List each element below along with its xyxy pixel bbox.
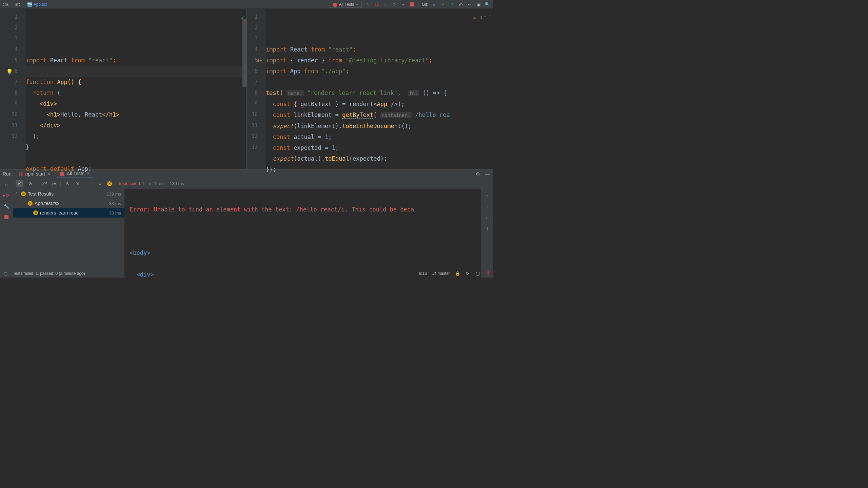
show-passed-toggle[interactable]: ✔ [16,180,23,187]
gutter-right[interactable]: 1 2 3 4 5 6 7 8 9 10 11 12 13 [247,9,266,169]
git-label: Git: [422,2,428,7]
profile-icon[interactable]: ⟳ [392,2,397,7]
tool-window-toggle-icon[interactable]: ▢ [3,271,8,276]
line-number[interactable]: 6 [247,66,258,77]
git-commit-icon[interactable]: ✔ [440,2,446,7]
code-token: (actual). [294,155,325,162]
git-push-icon[interactable]: ↗ [449,2,455,7]
line-number[interactable]: 7 [247,77,258,87]
debug-icon[interactable]: 🐞 [374,2,379,7]
code-area-left[interactable]: 💡 ✔ import React from "react"; function … [26,9,246,169]
line-number[interactable]: 4 [0,44,18,55]
code-token: "./App" [318,68,346,75]
code-token: { getByText } = render(< [290,101,377,107]
undo-icon[interactable]: ⤺ [467,2,472,7]
tree-time: 33 ms [109,210,124,216]
line-number[interactable]: 11 [0,120,18,131]
layout-icon[interactable]: ▣ [476,2,481,7]
code-token: from [71,57,85,64]
code-token: ; [328,134,332,140]
soft-wrap-icon[interactable]: ↩ [485,215,490,220]
code-token: expect [266,155,294,162]
line-number[interactable]: 7 [0,77,18,87]
code-token: ; [346,68,349,75]
breadcrumb-file[interactable]: App.tsx [34,2,47,7]
search-icon[interactable]: 🔍 [485,2,490,7]
line-number[interactable]: 8 [247,87,258,98]
line-number[interactable]: 8 [0,87,18,98]
output-line: <body> [130,247,476,258]
fail-icon: ✕ [33,210,38,215]
fail-icon: ✕ [21,191,26,196]
editor-right[interactable]: 1 2 3 4 5 6 7 8 9 10 11 12 13 ●▶ ⚠ 1 ˄ ˅… [247,9,493,169]
inlay-hint: fn: [408,90,419,96]
code-token: Hello, React [60,111,102,118]
code-token: (); [401,123,412,129]
line-number[interactable]: 12 [0,131,18,142]
notifications-icon[interactable]: ◯ [475,271,480,276]
wrench-icon[interactable]: 🔧 [4,203,9,209]
rerun-icon[interactable]: ↻ [365,2,371,7]
chevron-down-icon[interactable]: ˅ [16,191,21,197]
line-number[interactable]: 1 [0,12,18,22]
git-pull-icon[interactable]: ↙ [432,2,437,7]
scroll-down-icon[interactable]: ↓ [485,204,490,209]
code-token: "renders learn react link" [304,89,397,96]
scroll-to-end-icon[interactable]: ⤓ [485,226,490,231]
line-number[interactable]: 5 [0,55,18,66]
history-icon[interactable]: ◴ [458,2,463,7]
line-number[interactable]: 11 [247,120,258,131]
line-number[interactable]: 9 [0,98,18,109]
breadcrumb-root[interactable]: cra [3,2,8,7]
breadcrumb-folder[interactable]: src [15,2,21,7]
code-token: const [266,134,290,140]
line-number[interactable]: 2 [247,22,258,33]
toggle-auto-test-icon[interactable]: ▶⟳ [4,192,9,198]
gutter-left[interactable]: 1 2 3 4 5 6 7 8 9 10 11 12 [0,9,26,169]
code-token: </h1> [102,111,119,118]
code-token: from [328,57,342,64]
code-area-right[interactable]: ●▶ ⚠ 1 ˄ ˅ import React from "react"; im… [266,9,493,169]
intention-bulb-icon[interactable]: 💡 [6,66,13,77]
editor-left[interactable]: 1 2 3 4 5 6 7 8 9 10 11 12 💡 ✔ import Re… [0,9,247,169]
code-token: 1 [325,134,328,140]
line-number[interactable]: 2 [0,22,18,33]
rerun-icon[interactable]: ↻ [4,182,9,187]
coverage-icon[interactable]: 🛡 [383,2,388,7]
line-number[interactable]: 13 [247,142,258,152]
code-token: "react" [325,46,353,53]
caret-position[interactable]: 6:16 [419,271,427,276]
breadcrumb[interactable]: cra 〉 src 〉 TSX App.tsx [0,1,47,7]
line-number[interactable]: 12 [247,131,258,142]
dropdown-arrow-icon: ▾ [356,2,358,7]
lock-icon[interactable]: 🔒 [455,271,460,276]
code-token: import [26,57,46,64]
code-token: { render } [287,57,328,64]
code-token: 1 [332,144,335,151]
line-number[interactable]: 10 [247,109,258,120]
line-number[interactable]: 1 [247,12,258,22]
code-token: return [26,89,54,96]
stop-icon[interactable] [4,214,9,220]
line-number[interactable]: 3 [247,33,258,44]
separator [418,2,418,7]
inspections-warning-icon[interactable]: ⚠ 1 ˄ ˅ [473,12,491,23]
code-token: function [26,79,54,85]
line-number[interactable]: 9 [247,98,258,109]
code-token: ( [373,111,377,118]
line-number[interactable]: 3 [0,33,18,44]
code-token: ); [26,133,40,140]
tree-test-case[interactable]: ✕ renders learn reac 33 ms [13,208,124,218]
code-token: </div> [26,122,60,129]
run-gutter-icon[interactable]: ●▶ [257,55,262,66]
dropdown-icon[interactable]: ▾ [400,2,406,7]
code-token: const [266,144,290,151]
line-number[interactable]: 4 [247,44,258,55]
line-number[interactable]: 5 [247,55,258,66]
git-branch[interactable]: ⎇ master [432,271,450,276]
error-indicator-icon[interactable]: ❗ [485,271,491,276]
line-number[interactable]: 10 [0,109,18,120]
ide-settings-sync-icon[interactable]: ⟳ [465,271,470,276]
stop-icon[interactable] [409,2,415,7]
run-config-selector[interactable]: ⬤ All Tests ▾ [329,1,362,8]
